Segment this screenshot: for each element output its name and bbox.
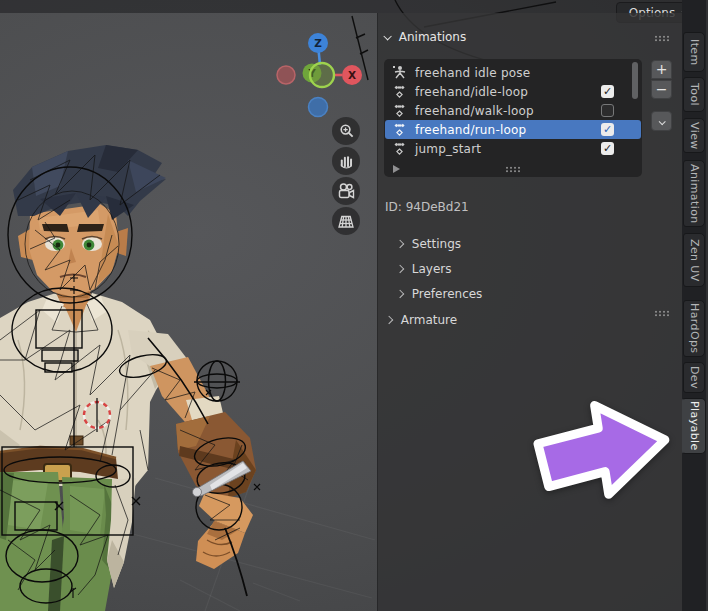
pan-button[interactable] xyxy=(332,147,360,175)
chevron-right-icon xyxy=(385,316,393,324)
animation-name: jump_start xyxy=(415,142,481,156)
list-item[interactable]: freehand/idle-loop ✓ xyxy=(385,82,641,101)
section-label: Settings xyxy=(412,237,461,251)
export-checkbox[interactable]: ✓ xyxy=(601,123,614,136)
section-label: Preferences xyxy=(412,287,483,301)
section-armature[interactable]: Armature xyxy=(386,313,457,327)
action-icon xyxy=(392,141,407,156)
animation-name: freehand idle pose xyxy=(415,66,530,80)
action-icon xyxy=(392,122,407,137)
list-specials-dropdown-button[interactable] xyxy=(651,111,672,131)
section-layers[interactable]: Layers xyxy=(397,262,452,276)
tab-hardops[interactable]: HardOps xyxy=(683,300,705,357)
chevron-right-icon xyxy=(396,265,404,273)
section-settings[interactable]: Settings xyxy=(397,237,461,251)
tab-view[interactable]: View xyxy=(683,118,705,153)
animation-name: freehand/idle-loop xyxy=(415,85,528,99)
section-preferences[interactable]: Preferences xyxy=(397,287,482,301)
gizmo-axis-z-negative[interactable] xyxy=(309,98,328,117)
tab-zen-uv[interactable]: Zen UV xyxy=(683,233,705,287)
grid-ortho-icon xyxy=(337,212,355,230)
sidebar-tab-strip: Item Tool View Animation Zen UV HardOps … xyxy=(682,0,708,611)
section-label: Armature xyxy=(401,313,457,327)
zoom-button[interactable] xyxy=(332,117,360,145)
add-animation-button[interactable]: + xyxy=(651,60,672,79)
chevron-down-icon xyxy=(384,32,392,40)
annotation-arrow xyxy=(526,378,684,526)
animations-section-header[interactable]: Animations xyxy=(384,30,466,44)
viewport-header xyxy=(0,0,682,13)
gizmo-axis-z[interactable]: Z xyxy=(308,33,328,53)
zoom-icon xyxy=(338,123,355,140)
list-item[interactable]: jump_start ✓ xyxy=(385,139,641,158)
tab-dev[interactable]: Dev xyxy=(683,362,705,393)
viewport-tool-buttons xyxy=(332,117,360,237)
chevron-right-icon xyxy=(396,240,404,248)
list-item[interactable]: freehand/walk-loop xyxy=(385,101,641,120)
pose-icon xyxy=(392,65,407,80)
panel-drag-grip[interactable] xyxy=(654,35,670,42)
gizmo-x-label: X xyxy=(348,69,356,81)
tab-tool[interactable]: Tool xyxy=(683,77,705,112)
export-checkbox[interactable]: ✓ xyxy=(601,142,614,155)
list-scrollbar[interactable] xyxy=(632,62,638,99)
camera-view-icon xyxy=(337,182,355,200)
character-arm-glove[interactable] xyxy=(176,412,256,569)
armature-panel-grip[interactable] xyxy=(654,310,670,317)
id-label: ID: 94DeBd21 xyxy=(385,200,469,214)
gizmo-axis-x-negative[interactable] xyxy=(277,66,295,84)
gizmo-z-label: Z xyxy=(314,37,322,49)
floor-grid-lines xyxy=(118,470,375,611)
animation-name: freehand/walk-loop xyxy=(415,104,534,118)
gizmo-axis-y-front-ring[interactable] xyxy=(310,63,334,87)
animation-name: freehand/run-loop xyxy=(415,123,526,137)
section-label: Layers xyxy=(412,262,452,276)
chevron-right-icon xyxy=(396,290,404,298)
tab-item[interactable]: Item xyxy=(683,32,705,72)
chevron-down-icon xyxy=(659,118,666,125)
remove-animation-button[interactable]: − xyxy=(651,80,672,99)
action-icon xyxy=(392,103,407,118)
animations-section-title: Animations xyxy=(399,30,466,44)
tab-animation[interactable]: Animation xyxy=(683,160,705,227)
list-item[interactable]: freehand idle pose xyxy=(385,63,641,82)
tab-playable[interactable]: Playable xyxy=(682,398,706,454)
pan-hand-icon xyxy=(338,153,355,170)
expand-triangle-icon[interactable] xyxy=(393,165,400,173)
list-item-selected[interactable]: freehand/run-loop ✓ xyxy=(385,120,641,139)
animation-list: freehand idle pose freehand/idle-loop ✓ … xyxy=(384,59,642,177)
action-icon xyxy=(392,84,407,99)
ortho-toggle-button[interactable] xyxy=(332,207,360,235)
export-checkbox[interactable] xyxy=(601,104,614,117)
camera-view-button[interactable] xyxy=(332,177,360,205)
list-resize-grip[interactable] xyxy=(505,166,521,173)
export-checkbox[interactable]: ✓ xyxy=(601,85,614,98)
gizmo-axis-x[interactable]: X xyxy=(342,65,362,85)
